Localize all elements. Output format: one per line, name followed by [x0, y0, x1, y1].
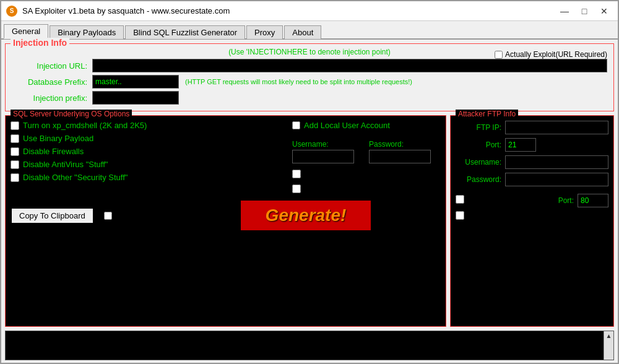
close-button[interactable]: ✕: [595, 4, 613, 18]
ftp-checkbox-2[interactable]: [456, 211, 464, 220]
url-encode-checkbox[interactable]: [104, 212, 112, 220]
checkbox-disable-firewalls[interactable]: [11, 147, 19, 156]
lower-section: SQL Server Underlying OS Options Turn on…: [5, 115, 614, 327]
ftp-ip-input[interactable]: [505, 121, 608, 134]
add-local-user-label: Add Local User Account: [304, 121, 390, 130]
injection-url-label: Injection URL:: [12, 61, 92, 71]
username-password-row: Username: Password:: [292, 140, 441, 163]
ftp-username-input[interactable]: [505, 155, 608, 169]
tab-proxy[interactable]: Proxy: [246, 25, 283, 39]
tab-binary-payloads[interactable]: Binary Payloads: [50, 25, 124, 39]
ftp-password-input[interactable]: [505, 173, 608, 186]
checkbox-label-2: Disable Firewalls: [23, 147, 84, 156]
title-bar: S SA Exploiter v1.beta by sasquatch - ww…: [1, 1, 618, 21]
ftp-username-label: Username:: [456, 158, 505, 167]
injection-info-box: Injection Info (Use 'INJECTIONHERE to de…: [5, 43, 614, 111]
ftp-password-row: Password:: [456, 173, 608, 186]
scroll-up-arrow[interactable]: ▲: [605, 331, 613, 340]
ftp-info-label: Attacker FTP Info: [456, 110, 518, 118]
checkbox-disable-security[interactable]: [11, 173, 19, 182]
sql-options-label: SQL Server Underlying OS Options: [11, 110, 132, 118]
main-window: S SA Exploiter v1.beta by sasquatch - ww…: [0, 0, 619, 364]
ftp-port2-label: Port:: [558, 196, 574, 205]
output-scrollbar[interactable]: ▲: [604, 331, 613, 360]
extra-checkbox-2[interactable]: [292, 184, 301, 193]
title-bar-controls: — □ ✕: [556, 4, 613, 18]
ftp-username-row: Username:: [456, 155, 608, 169]
minimize-button[interactable]: —: [556, 4, 573, 18]
tab-about[interactable]: About: [284, 25, 321, 39]
sql-checkboxes-col: Turn on xp_cmdshell (2K and 2K5) Use Bin…: [11, 121, 287, 196]
ftp-check-row-2: [456, 211, 608, 220]
output-box: ▲: [5, 331, 614, 360]
injection-info-label: Injection Info: [11, 38, 69, 48]
checkbox-binary-payload[interactable]: [11, 134, 19, 143]
password-input[interactable]: [369, 150, 431, 163]
tab-bar: General Binary Payloads Blind SQL Fuzzli…: [1, 21, 618, 40]
extra-checkbox-1[interactable]: [292, 170, 301, 178]
db-prefix-row: Database Prefix: (HTTP GET requests will…: [12, 75, 607, 89]
extra-checkbox-2-row: [292, 184, 441, 193]
db-prefix-input[interactable]: [92, 75, 179, 89]
ftp-check-row-1: Port:: [456, 191, 608, 207]
checkbox-label-4: Disable Other "Security Stuff": [23, 173, 128, 182]
inj-prefix-label: Injection prefix:: [12, 93, 92, 103]
username-label: Username:: [292, 140, 364, 149]
title-bar-left: S SA Exploiter v1.beta by sasquatch - ww…: [6, 6, 230, 17]
tab-general[interactable]: General: [4, 24, 48, 39]
add-local-user-row: Add Local User Account: [292, 121, 441, 130]
ftp-port2-input[interactable]: [578, 194, 608, 207]
copy-to-clipboard-button[interactable]: Copy To Clipboard: [11, 207, 94, 224]
ftp-info-box: Attacker FTP Info FTP IP: Port: Username…: [450, 115, 614, 327]
ftp-checkboxes: Port:: [456, 191, 608, 220]
app-icon: S: [6, 6, 17, 17]
checkbox-xp-cmdshell[interactable]: [11, 121, 19, 130]
checkbox-row-0: Turn on xp_cmdshell (2K and 2K5): [11, 121, 287, 130]
extra-checkbox-1-row: [292, 170, 441, 178]
url-encode-row: URL Encode: [104, 211, 161, 220]
checkbox-add-local-user[interactable]: [292, 121, 300, 129]
maximize-button[interactable]: □: [576, 4, 593, 18]
ftp-checkbox-1[interactable]: [456, 195, 464, 204]
injection-url-row: Injection URL:: [12, 59, 607, 72]
generate-button[interactable]: Generate!: [241, 201, 371, 230]
checkbox-label-0: Turn on xp_cmdshell (2K and 2K5): [23, 121, 147, 130]
ftp-port-input[interactable]: [505, 138, 536, 152]
injection-url-input[interactable]: [92, 59, 607, 72]
checkbox-row-2: Disable Firewalls: [11, 147, 287, 156]
password-label: Password:: [369, 140, 441, 149]
url-encode-label: URL Encode: [116, 211, 161, 220]
actually-exploit-label: Actually Exploit(URL Required): [505, 50, 607, 59]
username-field-group: Username:: [292, 140, 364, 163]
http-note: (HTTP GET requests will most likely need…: [185, 78, 412, 85]
db-prefix-label: Database Prefix:: [12, 77, 92, 87]
tab-blind-sql[interactable]: Blind SQL Fuzzlist Generator: [125, 25, 245, 39]
checkbox-disable-av[interactable]: [11, 160, 19, 169]
checkbox-row-1: Use Binary Payload: [11, 134, 287, 143]
actually-exploit-row: Actually Exploit(URL Required): [495, 50, 607, 59]
username-input[interactable]: [292, 150, 354, 163]
checkbox-label-1: Use Binary Payload: [23, 134, 93, 143]
sql-options-columns: Turn on xp_cmdshell (2K and 2K5) Use Bin…: [11, 121, 441, 196]
main-content: Injection Info (Use 'INJECTIONHERE to de…: [1, 40, 618, 331]
password-field-group: Password:: [369, 140, 441, 163]
inj-prefix-input[interactable]: [92, 91, 179, 105]
ftp-port-row: Port:: [456, 138, 608, 152]
checkbox-row-4: Disable Other "Security Stuff": [11, 173, 287, 182]
window-title: SA Exploiter v1.beta by sasquatch - www.…: [22, 6, 230, 15]
actually-exploit-checkbox[interactable]: [495, 51, 503, 59]
ftp-ip-label: FTP IP:: [456, 123, 505, 132]
ftp-password-label: Password:: [456, 175, 505, 184]
inj-prefix-row: Injection prefix:: [12, 91, 607, 105]
checkbox-row-3: Disable AntiVirus "Stuff": [11, 160, 287, 169]
sql-right-col: Add Local User Account Username: Passwor…: [292, 121, 441, 196]
ftp-ip-row: FTP IP:: [456, 121, 608, 134]
checkbox-label-3: Disable AntiVirus "Stuff": [23, 160, 108, 169]
ftp-port-label: Port:: [456, 141, 505, 149]
sql-options-box: SQL Server Underlying OS Options Turn on…: [5, 115, 446, 327]
